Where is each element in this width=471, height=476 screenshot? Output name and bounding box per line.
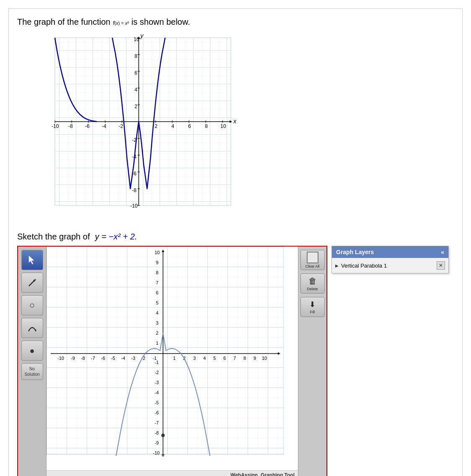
circle-icon: ○ <box>29 300 35 311</box>
svg-text:-5: -5 <box>111 356 115 361</box>
svg-text:4: 4 <box>135 87 137 93</box>
svg-text:3: 3 <box>193 356 196 361</box>
sketch-intro: Sketch the graph of <box>17 232 90 242</box>
circle-tool[interactable]: ○ <box>21 295 43 315</box>
static-graph-container: x y -10 -8 -6 -4 -2 2 4 6 8 10 <box>42 34 454 219</box>
problem-intro: The graph of the function <box>17 17 110 27</box>
parabola-tool[interactable] <box>21 318 43 338</box>
svg-text:2: 2 <box>155 123 158 129</box>
graphing-tool: ○ ● No Solution <box>17 246 327 476</box>
graphing-tool-wrapper: ○ ● No Solution <box>17 246 327 476</box>
line-tool[interactable] <box>21 273 43 293</box>
svg-text:5: 5 <box>213 356 216 361</box>
svg-text:6: 6 <box>135 70 137 76</box>
svg-text:-4: -4 <box>121 356 125 361</box>
svg-text:-4: -4 <box>155 390 159 395</box>
fill-label: Fill <box>310 310 315 314</box>
delete-button[interactable]: 🗑 Delete <box>300 273 325 294</box>
left-toolbar: ○ ● No Solution <box>18 247 47 476</box>
clear-all-button[interactable]: Clear All <box>300 250 325 270</box>
svg-text:-8: -8 <box>68 123 73 129</box>
svg-text:-6: -6 <box>85 123 90 129</box>
layer-item-1: ▶ Vertical Parabola 1 <box>335 263 434 269</box>
right-side-panel: Clear All 🗑 Delete ⬇ Fill <box>298 247 326 476</box>
svg-text:10: 10 <box>134 36 140 42</box>
fill-icon: ⬇ <box>309 300 316 309</box>
clear-all-icon <box>307 252 318 263</box>
svg-text:6: 6 <box>188 123 191 129</box>
svg-text:8: 8 <box>243 356 246 361</box>
delete-icon: 🗑 <box>308 276 317 286</box>
graph-layers-content: ▶ Vertical Parabola 1 ✕ <box>332 258 448 273</box>
point-tool[interactable]: ● <box>21 341 43 361</box>
svg-text:-2: -2 <box>119 123 123 129</box>
svg-text:8: 8 <box>135 53 137 59</box>
layer-delete-button[interactable]: ✕ <box>437 261 445 270</box>
svg-text:-9: -9 <box>71 356 75 361</box>
main-content: The graph of the function f(x) = x² is s… <box>8 8 463 476</box>
layer-name: Vertical Parabola 1 <box>341 263 387 269</box>
marked-point <box>161 434 165 437</box>
svg-text:-9: -9 <box>155 440 159 445</box>
static-graph-svg: x y -10 -8 -6 -4 -2 2 4 6 8 10 <box>42 34 243 218</box>
svg-text:-2: -2 <box>155 370 159 375</box>
function-label: f(x) = x² <box>113 20 129 26</box>
svg-text:7: 7 <box>233 356 236 361</box>
svg-text:7: 7 <box>156 280 158 285</box>
problem-statement: The graph of the function f(x) = x² is s… <box>17 17 454 27</box>
svg-text:10: 10 <box>155 250 160 255</box>
sketch-equation: y = −x² + 2. <box>95 232 137 242</box>
svg-text:1: 1 <box>173 356 176 361</box>
problem-is-shown: is shown below. <box>132 17 190 27</box>
graph-layers-title: Graph Layers <box>336 249 374 255</box>
svg-text:-10: -10 <box>130 203 138 209</box>
graph-panel[interactable]: -10 -9 -8 -7 -6 -5 -4 -3 -2 -1 1 2 3 4 5… <box>47 247 298 476</box>
svg-text:8: 8 <box>205 123 208 129</box>
svg-text:-3: -3 <box>155 380 159 385</box>
svg-marker-98 <box>161 454 165 457</box>
svg-text:-8: -8 <box>132 187 137 193</box>
svg-text:4: 4 <box>156 310 158 315</box>
svg-text:6: 6 <box>223 356 226 361</box>
interactive-graph-svg: -10 -9 -8 -7 -6 -5 -4 -3 -2 -1 1 2 3 4 5… <box>47 247 284 469</box>
graph-layers-panel: Graph Layers « ▶ Vertical Parabola 1 ✕ <box>331 246 449 273</box>
svg-text:-10: -10 <box>153 450 160 455</box>
svg-text:4: 4 <box>203 356 206 361</box>
sketch-label: Sketch the graph of y = −x² + 2. <box>17 232 454 242</box>
svg-text:-10: -10 <box>52 123 59 129</box>
delete-label: Delete <box>307 287 318 291</box>
layer-expand-icon[interactable]: ▶ <box>335 263 339 268</box>
fill-button[interactable]: ⬇ Fill <box>300 297 325 317</box>
svg-text:y: y <box>140 34 144 39</box>
svg-text:-1: -1 <box>155 360 159 365</box>
clear-all-label: Clear All <box>305 264 320 268</box>
svg-text:-4: -4 <box>102 123 106 129</box>
svg-text:5: 5 <box>156 300 158 305</box>
svg-text:9: 9 <box>254 356 256 361</box>
pointer-icon <box>27 255 37 265</box>
svg-rect-53 <box>47 247 284 454</box>
svg-text:-5: -5 <box>155 400 159 405</box>
svg-text:-7: -7 <box>155 420 159 425</box>
svg-text:1: 1 <box>156 341 158 346</box>
point-icon: ● <box>29 346 34 356</box>
collapse-button[interactable]: « <box>441 249 444 255</box>
parabola-icon <box>27 323 37 333</box>
svg-text:8: 8 <box>156 270 158 275</box>
svg-text:-6: -6 <box>101 356 105 361</box>
pointer-tool[interactable] <box>21 250 43 270</box>
svg-text:-8: -8 <box>155 430 159 435</box>
svg-text:6: 6 <box>156 290 158 295</box>
svg-text:-8: -8 <box>81 356 85 361</box>
svg-text:-3: -3 <box>131 356 135 361</box>
svg-text:x: x <box>233 118 237 125</box>
svg-text:2: 2 <box>156 330 158 336</box>
svg-text:10: 10 <box>220 123 226 129</box>
webassign-footer: WebAssign. Graphing Tool <box>47 470 298 476</box>
svg-text:2: 2 <box>135 104 137 109</box>
graph-layers-header: Graph Layers « <box>332 246 448 258</box>
svg-text:4: 4 <box>171 123 174 129</box>
no-solution-tool[interactable]: No Solution <box>21 363 43 380</box>
svg-text:-10: -10 <box>57 356 64 361</box>
svg-text:-6: -6 <box>155 410 159 415</box>
